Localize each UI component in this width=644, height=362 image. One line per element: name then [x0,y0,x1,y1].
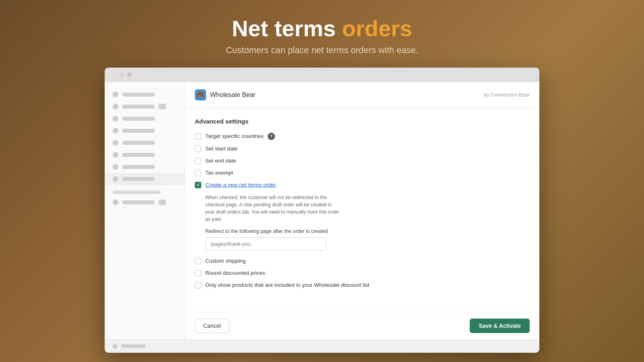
page-title: Net terms orders [226,16,418,41]
sidebar-item-icon [113,92,118,97]
checkbox-net-terms[interactable] [195,182,201,188]
browser-dot-green [127,72,132,77]
sidebar-item-icon [113,140,118,146]
checkbox-start-date[interactable] [195,146,201,152]
browser-bottom-bar [105,339,539,353]
bottom-label [122,344,146,348]
checkbox-show-products[interactable] [195,282,201,288]
app-header: 🐻 Wholesale Bear by Conversion Bear [185,82,539,108]
checkbox-row-custom-shipping: Custom shipping [195,258,530,264]
settings-panel: Advanced settings Target specific countr… [185,108,539,312]
checkbox-row-start-date: Set start date [195,146,530,152]
checkbox-label-show-products: Only show products that are included in … [205,282,369,288]
app-logo-emoji: 🐻 [196,91,204,99]
sidebar-item-customers[interactable] [105,125,185,137]
sidebar-item-icon [113,176,118,182]
page-header: Net terms orders Customers can place net… [226,16,418,56]
sidebar-item-label [122,141,155,145]
sidebar-item-discounts[interactable] [105,161,185,173]
checkbox-label-net-terms: Create a new net terms order [205,182,276,188]
sidebar-item-apps[interactable] [105,173,185,185]
sidebar-item-label [122,117,155,121]
sidebar-item-products[interactable] [105,113,185,125]
sidebar-item-orders[interactable] [105,101,185,113]
redirect-label: Redirect to the following page after the… [205,228,530,234]
browser-window: 🐻 Wholesale Bear by Conversion Bear Adva… [105,68,539,353]
bottom-icon [113,344,118,349]
redirect-input [205,237,530,251]
settings-title: Advanced settings [195,118,530,125]
checkbox-label-tax-exempt: Tax exempt [205,170,233,176]
sidebar-item-label [122,165,155,169]
checkbox-round-prices[interactable] [195,270,201,276]
checkbox-label-custom-shipping: Custom shipping [205,258,246,264]
sidebar-item-icon [113,104,118,109]
browser-dot-red [111,72,116,77]
checkbox-row-round-prices: Round discounted prices [195,270,530,276]
sidebar-item-online-store[interactable] [105,196,185,208]
help-icon-target-countries[interactable]: ? [268,133,275,140]
sidebar-item-label [122,200,155,204]
sidebar-item-home[interactable] [105,88,185,101]
sidebar-item-label [122,105,155,109]
checkbox-row-tax-exempt: Tax exempt [195,170,530,176]
app-logo-area: 🐻 Wholesale Bear [195,89,256,101]
title-part1: Net terms [232,16,342,41]
sidebar-item-label [122,93,155,97]
sidebar-section-label [113,191,161,194]
sidebar-item-label [122,129,155,133]
sidebar-item-icon [113,200,118,205]
checkbox-row-show-products: Only show products that are included in … [195,282,530,288]
checkbox-row-target-countries: Target specific countries ? [195,133,530,140]
sidebar-item-marketing[interactable] [105,149,185,161]
browser-dot-yellow [119,72,124,77]
app-by-label: by Conversion Bear [484,92,530,98]
app-logo-icon: 🐻 [195,89,206,101]
main-panel: 🐻 Wholesale Bear by Conversion Bear Adva… [185,82,539,339]
sidebar-item-badge [159,104,166,109]
sidebar [105,82,185,339]
checkbox-target-countries[interactable] [195,133,201,140]
checkbox-custom-shipping[interactable] [195,258,201,264]
checkbox-row-net-terms: Create a new net terms order [195,182,530,188]
app-footer: Cancel Save & Activate [185,312,539,339]
redirect-url-input[interactable] [205,237,326,251]
page-subtitle: Customers can place net terms orders wit… [226,45,418,56]
checkbox-end-date[interactable] [195,158,201,164]
cancel-button[interactable]: Cancel [195,319,229,333]
save-activate-button[interactable]: Save & Activate [470,319,530,333]
title-part2: orders [342,16,412,41]
sidebar-item-icon [113,152,118,158]
sidebar-item-label [122,153,155,157]
sidebar-item-analytics[interactable] [105,137,185,149]
net-terms-description: When checked, the customer will not be r… [205,194,342,223]
checkbox-label-target-countries: Target specific countries [205,133,264,139]
sidebar-item-icon [113,164,118,170]
sidebar-item-icon [113,128,118,134]
browser-content: 🐻 Wholesale Bear by Conversion Bear Adva… [105,82,539,339]
checkbox-tax-exempt[interactable] [195,170,201,176]
sidebar-item-badge [159,200,166,205]
app-name: Wholesale Bear [210,91,256,99]
checkbox-label-round-prices: Round discounted prices [205,270,265,276]
checkbox-row-end-date: Set end date [195,158,530,164]
sidebar-item-icon [113,116,118,121]
checkbox-label-start-date: Set start date [205,146,237,152]
sidebar-item-label [122,177,155,181]
browser-titlebar [105,68,539,82]
checkbox-label-end-date: Set end date [205,158,236,164]
